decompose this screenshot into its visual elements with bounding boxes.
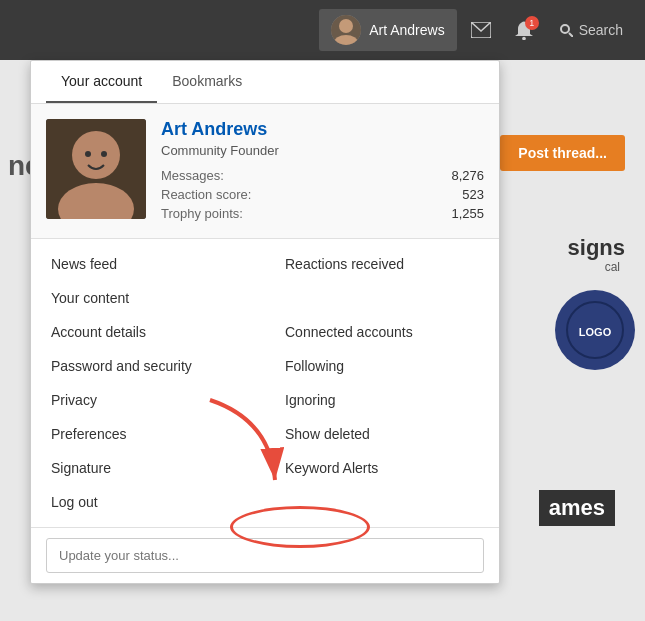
profile-stats: Messages: 8,276 Reaction score: 523 Trop…	[161, 166, 484, 223]
menu-news-feed[interactable]: News feed	[31, 247, 265, 281]
menu-show-deleted[interactable]: Show deleted	[265, 417, 499, 451]
dropdown-tab-bar: Your account Bookmarks	[31, 61, 499, 104]
svg-text:LOGO: LOGO	[579, 326, 612, 338]
messages-label: Messages:	[161, 168, 224, 183]
status-input-row	[31, 527, 499, 583]
menu-connected-accounts[interactable]: Connected accounts	[265, 315, 499, 349]
svg-point-1	[339, 19, 353, 33]
menu-privacy[interactable]: Privacy	[31, 383, 265, 417]
svg-line-6	[569, 33, 573, 37]
menu-log-out[interactable]: Log out	[31, 485, 265, 519]
svg-point-13	[101, 151, 107, 157]
svg-point-4	[522, 37, 526, 40]
bg-logo: LOGO	[555, 290, 635, 370]
svg-point-12	[85, 151, 91, 157]
top-nav: Art Andrews 1 Search	[0, 0, 645, 60]
user-avatar-small	[331, 15, 361, 45]
menu-empty-1	[265, 281, 499, 315]
menu-reactions-received[interactable]: Reactions received	[265, 247, 499, 281]
trophy-label: Trophy points:	[161, 206, 243, 221]
menu-account-details[interactable]: Account details	[31, 315, 265, 349]
messages-value: 8,276	[424, 168, 484, 183]
mail-icon-btn[interactable]	[461, 16, 501, 44]
search-btn[interactable]: Search	[547, 16, 635, 44]
profile-info: Art Andrews Community Founder Messages: …	[161, 119, 484, 223]
menu-empty-2	[265, 485, 499, 519]
profile-section: Art Andrews Community Founder Messages: …	[31, 104, 499, 239]
bg-text-cal: cal	[605, 260, 620, 274]
menu-grid: News feed Reactions received Your conten…	[31, 239, 499, 527]
notification-icon-btn[interactable]: 1	[505, 14, 543, 46]
post-thread-btn[interactable]: Post thread...	[500, 135, 625, 171]
profile-title: Community Founder	[161, 143, 484, 158]
trophy-stat: Trophy points: 1,255	[161, 204, 484, 223]
menu-keyword-alerts[interactable]: Keyword Alerts	[265, 451, 499, 485]
menu-signature[interactable]: Signature	[31, 451, 265, 485]
user-name-label: Art Andrews	[369, 22, 444, 38]
profile-name: Art Andrews	[161, 119, 484, 140]
search-label: Search	[579, 22, 623, 38]
account-dropdown: Your account Bookmarks Art Andrews Commu…	[30, 60, 500, 584]
reaction-label: Reaction score:	[161, 187, 251, 202]
bg-text-signs: signs	[568, 235, 625, 261]
svg-point-5	[561, 25, 569, 33]
menu-following[interactable]: Following	[265, 349, 499, 383]
profile-avatar	[46, 119, 146, 219]
menu-your-content[interactable]: Your content	[31, 281, 265, 315]
reaction-stat: Reaction score: 523	[161, 185, 484, 204]
notification-badge: 1	[525, 16, 539, 30]
menu-ignoring[interactable]: Ignoring	[265, 383, 499, 417]
menu-preferences[interactable]: Preferences	[31, 417, 265, 451]
tab-bookmarks[interactable]: Bookmarks	[157, 61, 257, 103]
status-input[interactable]	[46, 538, 484, 573]
user-nav-btn[interactable]: Art Andrews	[319, 9, 456, 51]
messages-stat: Messages: 8,276	[161, 166, 484, 185]
menu-password-security[interactable]: Password and security	[31, 349, 265, 383]
tab-your-account[interactable]: Your account	[46, 61, 157, 103]
bg-text-games: ames	[539, 490, 615, 526]
svg-point-10	[72, 131, 120, 179]
reaction-value: 523	[424, 187, 484, 202]
trophy-value: 1,255	[424, 206, 484, 221]
